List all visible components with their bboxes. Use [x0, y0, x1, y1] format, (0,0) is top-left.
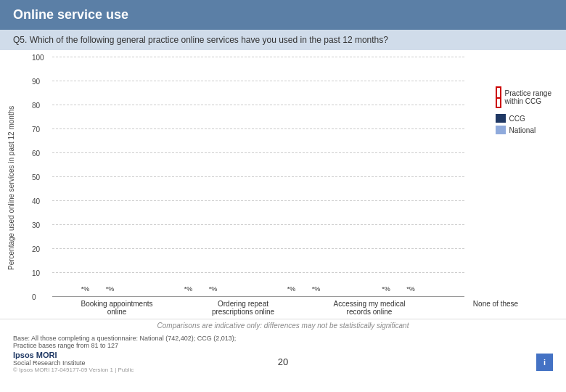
- question-text: Q5. Which of the following general pract…: [13, 35, 388, 45]
- y-axis-label: Percentage used online services in past …: [7, 57, 28, 319]
- bar-label-ccg-4: *%: [382, 285, 390, 293]
- bottom-bar: Ipsos MORI Social Research Institute © I…: [13, 349, 553, 375]
- x-label-1: Booking appointmentsonline: [73, 300, 160, 316]
- legend-ccg: CCG: [496, 114, 551, 123]
- x-label-4: None of these: [452, 300, 539, 316]
- legend: Practice rangewithin CCG CCG National: [496, 86, 551, 134]
- x-label-3: Accessing my medicalrecords online: [326, 300, 413, 316]
- logo-name: Ipsos MORI: [13, 351, 134, 359]
- page-number: 20: [193, 356, 373, 367]
- legend-ccg-color: [496, 114, 506, 123]
- legend-ccg-label: CCG: [509, 115, 525, 123]
- legend-national: National: [496, 126, 551, 134]
- footer-base: Base: All those completing a questionnai…: [13, 335, 553, 342]
- practice-text: Practice bases range from 81 to 127: [13, 342, 118, 349]
- legend-national-label: National: [509, 126, 536, 134]
- question-bar: Q5. Which of the following general pract…: [0, 30, 566, 50]
- copyright: © Ipsos MORI 17-049177-09 Version 1 | Pu…: [13, 367, 134, 373]
- bar-label-national-3: *%: [312, 285, 321, 293]
- header: Online service use: [0, 0, 566, 30]
- footer-practice: Practice bases range from 81 to 127: [13, 342, 553, 349]
- ipsos-logo-box: i: [536, 354, 553, 371]
- bar-label-ccg-2: *%: [184, 285, 193, 293]
- header-title: Online service use: [13, 7, 128, 22]
- bar-label-national-4: *%: [406, 285, 415, 293]
- base-text: Base: All those completing a questionnai…: [13, 335, 236, 342]
- x-labels: Booking appointmentsonline Ordering repe…: [30, 300, 559, 316]
- legend-range-label: Practice rangewithin CCG: [505, 89, 551, 105]
- logo-subtitle: Social Research Institute: [13, 359, 134, 367]
- bar-label-national-2: *%: [209, 285, 218, 293]
- bar-label-ccg-1: *%: [81, 285, 90, 293]
- comparisons-note: Comparisons are indicative only: differe…: [0, 319, 566, 332]
- footer: Base: All those completing a questionnai…: [0, 332, 566, 377]
- x-label-2: Ordering repeatprescriptions online: [200, 300, 287, 316]
- bar-label-national-1: *%: [106, 285, 115, 293]
- bar-label-ccg-3: *%: [287, 285, 296, 293]
- legend-national-color: [496, 126, 506, 134]
- legend-range: Practice rangewithin CCG: [496, 86, 551, 108]
